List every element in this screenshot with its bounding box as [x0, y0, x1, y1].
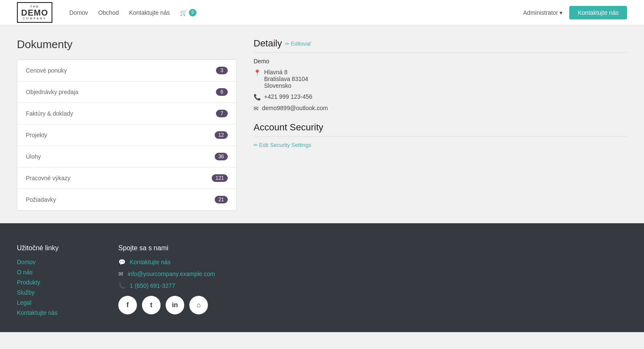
footer-contact-item: 📞 1 (650) 691-3277 — [118, 282, 215, 289]
footer-contact-icon: 💬 — [118, 259, 126, 265]
cart-icon[interactable]: 🛒 0 — [180, 9, 196, 16]
phone-item: 📞 +421 999 123-456 — [254, 93, 627, 100]
social-icons: ftin⌂ — [118, 296, 215, 314]
useful-links-title: Užitočné linky — [17, 244, 93, 252]
doc-badge: 7 — [216, 110, 228, 117]
security-title: Account Security — [254, 122, 627, 133]
pencil-icon — [285, 41, 289, 47]
footer-contact-item: 💬 Kontaktujte nás — [118, 259, 215, 265]
doc-badge: 21 — [215, 196, 228, 203]
footer-contact-link[interactable]: info@yourcompany.example.com — [128, 271, 215, 277]
phone-text: +421 999 123-456 — [264, 93, 312, 100]
address-item: 📍 Hlavná 8 Bratislava 83104 Slovensko — [254, 69, 627, 89]
doc-label: Požiadavky — [26, 196, 56, 203]
edit-security-label: Edit Security Settings — [259, 142, 311, 148]
doc-label: Pracovné výkazy — [26, 175, 71, 181]
logo-company: COMPANY — [23, 17, 46, 20]
footer-contact-title: Spojte sa s nami — [118, 244, 215, 252]
email-text: demo9899@outlook.com — [262, 105, 328, 111]
doc-label: Objednávky predaja — [26, 89, 79, 95]
social-facebook-button[interactable]: f — [118, 296, 137, 314]
footer-link-item[interactable]: Kontaktujte nás — [17, 309, 93, 316]
security-divider — [254, 136, 627, 137]
doc-label: Úlohy — [26, 153, 41, 160]
doc-badge: 36 — [215, 153, 228, 160]
table-row[interactable]: Požiadavky 21 — [17, 189, 236, 210]
twitter-icon: t — [150, 301, 152, 309]
address-text: Hlavná 8 Bratislava 83104 Slovensko — [264, 69, 308, 89]
home-icon: ⌂ — [196, 301, 201, 309]
footer-link-item[interactable]: O nás — [17, 269, 93, 276]
cart-badge: 0 — [189, 9, 196, 16]
phone-icon: 📞 — [254, 94, 261, 100]
email-item: ✉ demo9899@outlook.com — [254, 105, 627, 112]
doc-label: Cenové ponuky — [26, 67, 67, 74]
table-row[interactable]: Pracovné výkazy 121 — [17, 168, 236, 189]
contact-header-button[interactable]: Kontaktujte nás — [569, 6, 627, 19]
footer-useful-links: Užitočné linky DomovO násProduktySlužbyL… — [17, 244, 93, 319]
chevron-down-icon: ▾ — [559, 9, 562, 16]
edit-security-link[interactable]: Edit Security Settings — [254, 142, 627, 148]
social-twitter-button[interactable]: t — [142, 296, 161, 314]
doc-label: Faktúry & doklady — [26, 110, 73, 117]
details-header: Detaily Editovať — [254, 38, 627, 49]
doc-badge: 6 — [216, 88, 228, 96]
linkedin-icon: in — [172, 301, 178, 309]
security-pencil-icon — [254, 142, 258, 148]
footer-contact-item: ✉ info@yourcompany.example.com — [118, 271, 215, 277]
edit-details-link[interactable]: Editovať — [285, 41, 311, 47]
table-row[interactable]: Faktúry & doklady 7 — [17, 103, 236, 124]
email-icon: ✉ — [254, 105, 259, 112]
address-line3: Slovensko — [264, 82, 308, 89]
doc-label: Projekty — [26, 132, 47, 138]
footer-link-item[interactable]: Služby — [17, 289, 93, 296]
footer-link-item[interactable]: Produkty — [17, 279, 93, 286]
nav-kontakt[interactable]: Kontaktujte nás — [129, 9, 170, 16]
table-row[interactable]: Projekty 12 — [17, 124, 236, 146]
logo-demo: DEMO — [21, 8, 48, 17]
cart-symbol: 🛒 — [180, 9, 187, 16]
footer-contact-link[interactable]: 1 (650) 691-3277 — [130, 282, 175, 289]
logo: THE DEMO COMPANY — [17, 2, 52, 23]
edit-details-label: Editovať — [291, 41, 311, 47]
company-name: Demo — [254, 58, 627, 65]
nav-domov[interactable]: Domov — [69, 9, 88, 16]
main-content: Dokumenty Cenové ponuky 3 Objednávky pre… — [0, 25, 644, 223]
location-icon: 📍 — [254, 69, 261, 76]
table-row[interactable]: Objednávky predaja 6 — [17, 81, 236, 103]
admin-label: Administrator — [523, 9, 558, 16]
documents-table: Cenové ponuky 3 Objednávky predaja 6 Fak… — [17, 60, 237, 211]
main-nav: Domov Obchod Kontaktujte nás 🛒 0 — [69, 9, 196, 16]
right-panel: Detaily Editovať Demo 📍 Hlavná 8 Bratisl… — [254, 38, 627, 211]
footer-contact-icon: ✉ — [118, 271, 123, 277]
footer-contact-link[interactable]: Kontaktujte nás — [130, 259, 171, 265]
footer-contact-col: Spojte sa s nami 💬 Kontaktujte nás ✉ inf… — [118, 244, 215, 319]
social-linkedin-button[interactable]: in — [166, 296, 184, 314]
header-right: Administrator ▾ Kontaktujte nás — [523, 6, 627, 19]
footer-link-item[interactable]: Domov — [17, 259, 93, 265]
security-section: Account Security Edit Security Settings — [254, 122, 627, 148]
address-line1: Hlavná 8 — [264, 69, 308, 76]
admin-button[interactable]: Administrator ▾ — [523, 9, 562, 16]
address-line2: Bratislava 83104 — [264, 76, 308, 82]
table-row[interactable]: Úlohy 36 — [17, 146, 236, 168]
footer: Užitočné linky DomovO násProduktySlužbyL… — [0, 223, 644, 332]
left-panel: Dokumenty Cenové ponuky 3 Objednávky pre… — [17, 38, 237, 211]
doc-badge: 12 — [215, 131, 228, 139]
documents-title: Dokumenty — [17, 38, 237, 51]
header: THE DEMO COMPANY Domov Obchod Kontaktujt… — [0, 0, 644, 25]
doc-badge: 3 — [216, 67, 228, 74]
footer-contact-icon: 📞 — [118, 282, 126, 289]
details-title: Detaily — [254, 38, 282, 49]
social-home-button[interactable]: ⌂ — [189, 296, 208, 314]
nav-obchod[interactable]: Obchod — [98, 9, 119, 16]
details-section: Detaily Editovať Demo 📍 Hlavná 8 Bratisl… — [254, 38, 627, 112]
table-row[interactable]: Cenové ponuky 3 — [17, 60, 236, 81]
facebook-icon: f — [126, 301, 128, 309]
doc-badge: 121 — [212, 174, 228, 182]
details-divider — [254, 52, 627, 53]
footer-link-item[interactable]: Legal — [17, 299, 93, 306]
